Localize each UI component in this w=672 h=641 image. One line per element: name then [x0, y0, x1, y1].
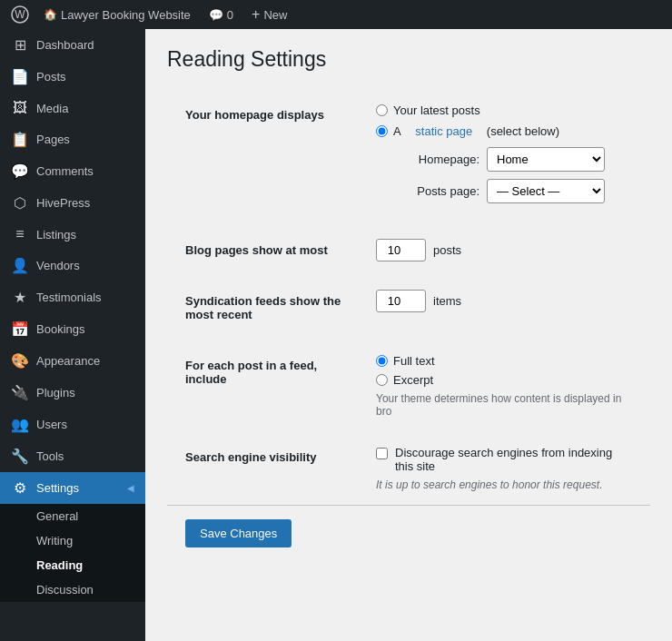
static-page-link[interactable]: static page	[415, 124, 472, 138]
homepage-selects: Homepage: Home About Contact Posts page:…	[398, 147, 632, 203]
topbar-site[interactable]: 🏠 Lawyer Booking Website	[36, 0, 198, 29]
syndication-feeds-suffix: items	[433, 294, 461, 308]
homepage-select-label: Homepage:	[398, 153, 479, 166]
feed-excerpt-radio[interactable]	[376, 374, 388, 386]
posts-page-select-row: Posts page: — Select — Blog News	[398, 179, 632, 203]
settings-arrow-icon: ◀	[127, 483, 134, 493]
search-engine-checkbox-label: Discourage search engines from indexing …	[395, 446, 632, 473]
search-engine-field: Discourage search engines from indexing …	[367, 432, 650, 506]
pages-icon: 📋	[11, 131, 29, 148]
sidebar-item-plugins[interactable]: 🔌 Plugins	[0, 377, 145, 409]
sidebar-item-pages[interactable]: 📋 Pages	[0, 123, 145, 155]
sidebar-item-hivepress[interactable]: ⬡ HivePress	[0, 187, 145, 219]
sidebar-sub-writing[interactable]: Writing	[0, 528, 145, 553]
sidebar-item-label: Vendors	[36, 259, 80, 272]
topbar: W 🏠 Lawyer Booking Website 💬 0 + New	[0, 0, 672, 29]
sidebar-item-label: Listings	[36, 228, 76, 242]
sidebar-item-label: Posts	[36, 70, 66, 84]
sidebar-item-label: Tools	[36, 449, 64, 463]
sidebar-item-bookings[interactable]: 📅 Bookings	[0, 313, 145, 345]
homepage-select[interactable]: Home About Contact	[487, 147, 605, 172]
homepage-displays-row: Your homepage displays Your latest posts…	[167, 90, 650, 225]
radio-static-page-input[interactable]	[376, 125, 388, 137]
sidebar-item-label: Dashboard	[36, 38, 94, 52]
blog-pages-number-row: posts	[376, 239, 632, 261]
sidebar-item-label: Settings	[36, 481, 79, 495]
search-engine-label: Search engine visibility	[167, 432, 367, 506]
comments-icon: 💬	[11, 163, 29, 180]
sidebar-sub-discussion[interactable]: Discussion	[0, 577, 145, 602]
sidebar-item-label: Users	[36, 418, 67, 431]
homepage-displays-label: Your homepage displays	[167, 90, 367, 225]
save-changes-button[interactable]: Save Changes	[185, 519, 292, 547]
bookings-icon: 📅	[11, 320, 29, 338]
content-area: Reading Settings Your homepage displays …	[145, 29, 672, 641]
sidebar-item-appearance[interactable]: 🎨 Appearance	[0, 345, 145, 377]
sidebar-sub-general[interactable]: General	[0, 504, 145, 528]
posts-page-select[interactable]: — Select — Blog News	[487, 179, 605, 203]
homepage-select-row: Homepage: Home About Contact	[398, 147, 632, 172]
wp-logo[interactable]: W	[7, 2, 33, 27]
svg-text:W: W	[15, 8, 25, 21]
blog-pages-suffix: posts	[433, 243, 461, 257]
blog-pages-label: Blog pages show at most	[167, 225, 367, 276]
sidebar-item-label: Appearance	[36, 354, 100, 368]
syndication-feeds-label: Syndication feeds show the most recent	[167, 276, 367, 340]
feed-help-text: Your theme determines how content is dis…	[376, 392, 632, 418]
search-engine-checkbox[interactable]	[376, 448, 388, 459]
sidebar-item-vendors[interactable]: 👤 Vendors	[0, 250, 145, 281]
appearance-icon: 🎨	[11, 352, 29, 370]
feed-include-row: For each post in a feed, include Full te…	[167, 340, 650, 432]
sidebar-item-users[interactable]: 👥 Users	[0, 409, 145, 440]
radio-static-page: A static page (select below)	[376, 124, 632, 138]
topbar-comments-count: 0	[227, 8, 233, 22]
settings-table: Your homepage displays Your latest posts…	[167, 90, 650, 505]
hivepress-icon: ⬡	[11, 194, 29, 212]
sidebar-item-label: Testimonials	[36, 291, 102, 304]
settings-submenu: General Writing Reading Discussion	[0, 504, 145, 602]
sidebar-item-tools[interactable]: 🔧 Tools	[0, 440, 145, 472]
sidebar-item-posts[interactable]: 📄 Posts	[0, 61, 145, 93]
syndication-feeds-number-row: items	[376, 290, 632, 312]
feed-full-radio[interactable]	[376, 355, 388, 367]
sidebar-item-label: Media	[36, 102, 68, 115]
topbar-site-name-label: Lawyer Booking Website	[61, 8, 191, 22]
sidebar-item-testimonials[interactable]: ★ Testimonials	[0, 281, 145, 313]
posts-icon: 📄	[11, 68, 29, 85]
radio-static-suffix: (select below)	[487, 124, 559, 138]
blog-pages-input[interactable]	[376, 239, 426, 261]
sidebar-item-label: Comments	[36, 164, 94, 178]
users-icon: 👥	[11, 416, 29, 433]
feed-full-label: Full text	[393, 354, 435, 368]
radio-latest-posts-label: Your latest posts	[393, 104, 480, 117]
search-engine-checkbox-row: Discourage search engines from indexing …	[376, 446, 632, 473]
sidebar-item-settings[interactable]: ⚙ Settings ◀	[0, 472, 145, 504]
radio-latest-posts: Your latest posts	[376, 104, 632, 117]
sidebar-item-media[interactable]: 🖼 Media	[0, 93, 145, 123]
sidebar: ⊞ Dashboard 📄 Posts 🖼 Media 📋 Pages 💬 Co…	[0, 29, 145, 641]
topbar-plus-icon: +	[252, 6, 260, 23]
sidebar-item-label: Bookings	[36, 322, 84, 336]
blog-pages-field: posts	[367, 225, 650, 276]
posts-page-label: Posts page:	[398, 184, 479, 198]
syndication-feeds-input[interactable]	[376, 290, 426, 312]
sidebar-sub-reading[interactable]: Reading	[0, 553, 145, 577]
homepage-displays-field: Your latest posts A static page (select …	[367, 90, 650, 225]
sidebar-item-comments[interactable]: 💬 Comments	[0, 155, 145, 187]
feed-excerpt-label: Excerpt	[393, 373, 433, 387]
sidebar-item-dashboard[interactable]: ⊞ Dashboard	[0, 29, 145, 61]
topbar-comments[interactable]: 💬 0	[202, 0, 241, 29]
topbar-new-label: New	[263, 8, 287, 22]
blog-pages-row: Blog pages show at most posts	[167, 225, 650, 276]
sidebar-item-label: Plugins	[36, 386, 75, 399]
sidebar-item-label: Pages	[36, 133, 70, 146]
sidebar-item-listings[interactable]: ≡ Listings	[0, 219, 145, 250]
media-icon: 🖼	[11, 100, 29, 116]
radio-latest-posts-input[interactable]	[376, 104, 388, 116]
submit-section: Save Changes	[167, 505, 650, 561]
topbar-comment-icon: 💬	[209, 8, 223, 22]
feed-option-excerpt: Excerpt	[376, 373, 632, 387]
feed-include-field: Full text Excerpt Your theme determines …	[367, 340, 650, 432]
topbar-new[interactable]: + New	[244, 0, 294, 29]
listings-icon: ≡	[11, 226, 29, 242]
